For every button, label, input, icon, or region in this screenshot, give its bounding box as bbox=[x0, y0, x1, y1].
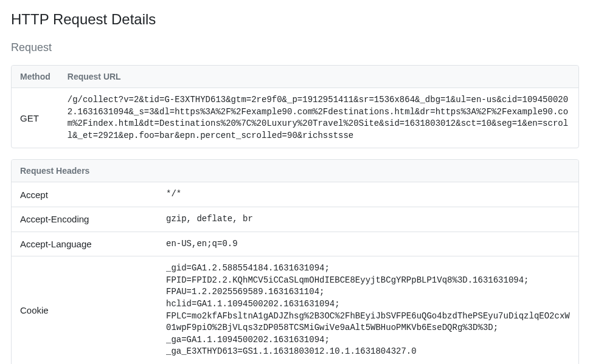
request-url: /g/collect?v=2&tid=G-E3XTHYD613&gtm=2re9… bbox=[59, 88, 578, 148]
header-row: Accept-Encodinggzip, deflate, br bbox=[12, 207, 578, 232]
request-section-title: Request bbox=[11, 41, 579, 54]
request-headers-title: Request Headers bbox=[12, 160, 578, 182]
col-method: Method bbox=[12, 66, 59, 88]
request-method: GET bbox=[12, 88, 59, 148]
header-value: en-US,en;q=0.9 bbox=[158, 232, 578, 256]
header-value: gzip, deflate, br bbox=[158, 207, 578, 232]
request-panel: Method Request URL GET /g/collect?v=2&ti… bbox=[11, 65, 579, 148]
header-row: Cookie_gid=GA1.2.588554184.1631631094; F… bbox=[12, 256, 578, 364]
header-value: _gid=GA1.2.588554184.1631631094; FPID=FP… bbox=[158, 256, 578, 364]
header-name: Cookie bbox=[12, 256, 158, 364]
request-row: GET /g/collect?v=2&tid=G-E3XTHYD613&gtm=… bbox=[12, 88, 578, 148]
header-name: Accept-Encoding bbox=[12, 207, 158, 232]
header-row: Accept*/* bbox=[12, 182, 578, 207]
header-name: Accept bbox=[12, 182, 158, 207]
request-table: Method Request URL GET /g/collect?v=2&ti… bbox=[12, 66, 578, 148]
header-row: Accept-Languageen-US,en;q=0.9 bbox=[12, 232, 578, 256]
request-headers-table: Request Headers Accept*/*Accept-Encoding… bbox=[12, 160, 578, 364]
header-value: */* bbox=[158, 182, 578, 207]
request-headers-panel: Request Headers Accept*/*Accept-Encoding… bbox=[11, 159, 579, 364]
page-title: HTTP Request Details bbox=[11, 11, 579, 28]
header-name: Accept-Language bbox=[12, 232, 158, 256]
col-url: Request URL bbox=[59, 66, 578, 88]
